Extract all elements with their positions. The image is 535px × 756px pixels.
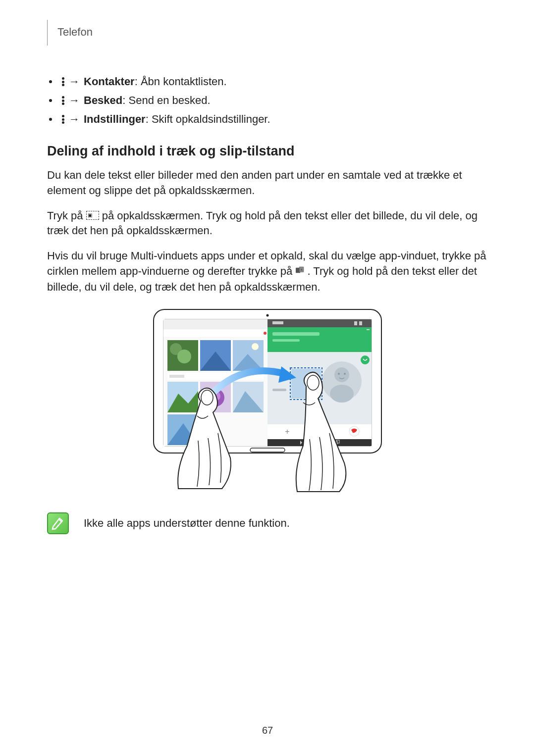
multiwindow-tray-icon: ▣ [86,211,99,220]
svg-point-3 [267,314,269,317]
svg-point-67 [307,375,319,390]
svg-point-12 [177,350,191,363]
option-label: Kontakter [84,75,135,88]
svg-rect-8 [163,329,268,337]
text-fragment: Tryk på [47,209,86,222]
svg-point-9 [264,332,267,335]
section-header: Telefon [47,20,488,46]
svg-rect-33 [272,321,283,324]
list-item: → Besked: Send en besked. [47,94,488,107]
drag-drop-illustration: + [149,304,386,493]
option-label: Indstillinger [84,113,146,125]
option-desc: : Åbn kontaktlisten. [135,75,227,88]
svg-text:+: + [285,427,289,436]
note-text: Ikke alle apps understøtter denne funkti… [84,517,290,530]
svg-rect-37 [367,329,370,330]
bullet-icon [49,80,52,83]
svg-rect-35 [272,332,320,336]
body-paragraph: Tryk på ▣ på opkaldsskærmen. Tryk og hol… [47,208,488,239]
svg-rect-31 [359,321,362,325]
text-fragment: på opkaldsskærmen. Tryk og hold på den t… [47,209,478,237]
svg-point-66 [201,390,213,405]
overflow-menu-icon [62,96,65,105]
svg-point-44 [361,355,370,364]
bullet-icon [49,99,52,102]
note-icon [47,512,69,534]
option-label: Besked [84,94,122,106]
illustration-container: + [47,304,488,493]
svg-point-42 [338,373,340,375]
section-title: Telefon [57,26,488,39]
list-item: → Kontakter: Åbn kontaktlisten. [47,75,488,88]
body-paragraph: Du kan dele tekst eller billeder med den… [47,168,488,199]
overflow-menu-icon [62,77,65,86]
page-number: 67 [0,725,535,736]
svg-rect-45 [272,389,286,391]
menu-options-list: → Kontakter: Åbn kontaktlisten. → Besked… [47,75,488,126]
svg-point-41 [330,385,354,403]
bullet-icon [49,118,52,121]
list-item: → Indstillinger: Skift opkaldsindstillin… [47,113,488,126]
svg-rect-36 [272,339,300,342]
body-paragraph: Hvis du vil bruge Multi-vinduets apps un… [47,249,488,295]
svg-rect-7 [163,319,268,329]
option-desc: : Skift opkaldsindstillinger. [146,113,270,125]
arrow-icon: → [69,113,80,126]
svg-rect-19 [169,375,184,378]
option-desc: : Send en besked. [122,94,210,106]
svg-point-43 [344,373,346,375]
svg-point-40 [334,367,349,382]
arrow-icon: → [69,75,80,88]
subsection-heading: Deling af indhold i træk og slip-tilstan… [47,144,488,159]
drag-content-icon [295,263,304,279]
svg-point-17 [252,343,259,350]
note-callout: Ikke alle apps understøtter denne funkti… [47,512,488,534]
arrow-icon: → [69,94,80,107]
overflow-menu-icon [62,115,65,124]
svg-rect-32 [354,321,357,325]
